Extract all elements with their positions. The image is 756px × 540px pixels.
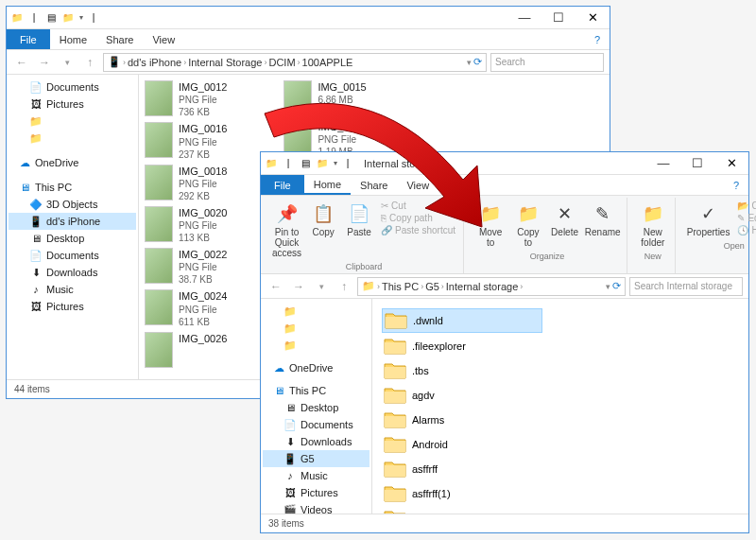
- breadcrumb-segment[interactable]: DCIM: [268, 57, 295, 68]
- close-button[interactable]: ✕: [576, 7, 610, 29]
- folder-item[interactable]: .dwnld: [382, 308, 542, 333]
- folder-item[interactable]: .tbs: [382, 359, 542, 382]
- breadcrumb-segment[interactable]: G5: [425, 281, 439, 292]
- newfolder-button[interactable]: 📁New folder: [637, 200, 669, 250]
- cut-button[interactable]: ✂Cut: [379, 200, 457, 212]
- tree-downloads[interactable]: ⬇Downloads: [9, 264, 136, 281]
- tree-pictures[interactable]: 🖼Pictures: [9, 96, 136, 113]
- folder-item[interactable]: backup: [382, 507, 542, 514]
- history-button[interactable]: 🕓History: [735, 224, 756, 236]
- pin-button[interactable]: 📌Pin to Quick access: [270, 200, 303, 260]
- tree-music[interactable]: ♪Music: [263, 467, 369, 484]
- search-input[interactable]: Search: [490, 53, 604, 72]
- tree-onedrive[interactable]: ☁OneDrive: [9, 154, 136, 171]
- file-tab[interactable]: File: [261, 175, 304, 195]
- tree-folder[interactable]: 📁: [263, 337, 369, 354]
- up-button[interactable]: ↑: [80, 53, 99, 72]
- properties-icon[interactable]: ▤: [299, 157, 312, 170]
- tree-desktop[interactable]: 🖥Desktop: [9, 230, 136, 247]
- refresh-icon[interactable]: ⟳: [473, 56, 482, 68]
- minimize-button[interactable]: —: [646, 152, 680, 175]
- folder-item[interactable]: asffrff(1): [382, 482, 542, 505]
- tree-onedrive[interactable]: ☁OneDrive: [263, 359, 369, 376]
- folder-item[interactable]: .fileexplorer: [382, 335, 542, 357]
- help-icon[interactable]: ?: [724, 175, 748, 195]
- tree-videos[interactable]: 🎬Videos: [263, 501, 369, 514]
- recent-dropdown[interactable]: ▾: [58, 53, 77, 72]
- copyto-button[interactable]: 📁Copy to: [511, 200, 544, 250]
- tree-pictures[interactable]: 🖼Pictures: [9, 298, 136, 315]
- breadcrumb-segment[interactable]: Internal storage: [446, 281, 518, 292]
- file-tab[interactable]: File: [7, 29, 50, 49]
- breadcrumb-segment[interactable]: This PC: [382, 281, 419, 292]
- tree-iphone[interactable]: 📱dd's iPhone: [9, 213, 136, 230]
- breadcrumb[interactable]: 📁 › This PC › G5 › Internal storage › ▾ …: [357, 277, 626, 296]
- tree-desktop[interactable]: 🖥Desktop: [263, 399, 369, 416]
- rename-button[interactable]: ✎Rename: [585, 200, 621, 239]
- dropdown-icon[interactable]: ▾: [467, 58, 472, 67]
- home-tab[interactable]: Home: [50, 29, 96, 49]
- breadcrumb-segment[interactable]: Internal Storage: [188, 57, 262, 68]
- forward-button[interactable]: →: [35, 53, 54, 72]
- back-button[interactable]: ←: [266, 277, 285, 296]
- copy-button[interactable]: 📋Copy: [307, 200, 339, 239]
- properties-button[interactable]: ✓Properties: [685, 200, 732, 239]
- paste-button[interactable]: 📄Paste: [343, 200, 375, 239]
- forward-button[interactable]: →: [289, 277, 308, 296]
- file-item[interactable]: IMG_0024 PNG File 611 KB: [145, 289, 227, 327]
- tree-documents[interactable]: 📄Documents: [9, 247, 136, 264]
- minimize-button[interactable]: —: [507, 7, 541, 29]
- dropdown-icon[interactable]: ▾: [606, 282, 610, 291]
- delete-button[interactable]: ✕Delete: [549, 200, 581, 239]
- share-tab[interactable]: Share: [96, 29, 143, 49]
- folder-list[interactable]: .dwnld.fileexplorer.tbsagdvAlarmsAndroid…: [372, 299, 748, 514]
- tree-documents[interactable]: 📄Documents: [263, 416, 369, 433]
- tree-folder[interactable]: 📁: [263, 303, 369, 320]
- file-item[interactable]: IMG_0016 PNG File 237 KB: [145, 122, 227, 160]
- view-tab[interactable]: View: [397, 175, 438, 195]
- help-icon[interactable]: ?: [585, 29, 610, 49]
- view-tab[interactable]: View: [143, 29, 184, 49]
- file-item[interactable]: IMG_0015 6.86 MB: [284, 80, 366, 116]
- properties-icon[interactable]: ▤: [44, 11, 58, 25]
- folder-item[interactable]: agdv: [382, 384, 542, 407]
- moveto-button[interactable]: 📁Move to: [473, 200, 507, 250]
- qat-dropdown-icon[interactable]: ▾: [334, 159, 337, 167]
- open-button[interactable]: 📂Open: [735, 200, 756, 212]
- tree-pictures[interactable]: 🖼Pictures: [263, 484, 369, 501]
- file-item[interactable]: IMG_0026: [145, 332, 227, 368]
- pasteshortcut-button[interactable]: 🔗Paste shortcut: [379, 224, 457, 236]
- tree-folder[interactable]: 📁: [9, 130, 136, 147]
- close-button[interactable]: ✕: [714, 152, 748, 175]
- up-button[interactable]: ↑: [335, 277, 353, 296]
- edit-button[interactable]: ✎Edit: [735, 212, 756, 224]
- tree-music[interactable]: ♪Music: [9, 281, 136, 298]
- copypath-button[interactable]: ⎘Copy path: [379, 212, 457, 224]
- folder-item[interactable]: Alarms: [382, 409, 542, 431]
- tree-folder[interactable]: 📁: [263, 320, 369, 337]
- breadcrumb[interactable]: 📱 › dd's iPhone › Internal Storage › DCI…: [103, 53, 487, 72]
- file-item[interactable]: IMG_0022 PNG File 38.7 KB: [145, 248, 227, 286]
- maximize-button[interactable]: ☐: [680, 152, 714, 175]
- breadcrumb-segment[interactable]: dd's iPhone: [128, 57, 181, 68]
- share-tab[interactable]: Share: [351, 175, 397, 195]
- tree-3dobjects[interactable]: 🔷3D Objects: [9, 196, 136, 213]
- back-button[interactable]: ←: [12, 53, 31, 72]
- folder-item[interactable]: Android: [382, 433, 542, 456]
- recent-dropdown[interactable]: ▾: [312, 277, 331, 296]
- maximize-button[interactable]: ☐: [541, 7, 576, 29]
- tree-thispc[interactable]: 🖥This PC: [9, 179, 136, 196]
- tree-thispc[interactable]: 🖥This PC: [263, 382, 369, 399]
- search-input[interactable]: Search Internal storage: [629, 277, 743, 296]
- home-tab[interactable]: Home: [304, 175, 351, 195]
- file-item[interactable]: IMG_0020 PNG File 113 KB: [145, 206, 227, 244]
- file-item[interactable]: IMG_0018 PNG File 292 KB: [145, 165, 227, 202]
- tree-downloads[interactable]: ⬇Downloads: [263, 433, 369, 450]
- refresh-icon[interactable]: ⟳: [612, 280, 621, 292]
- breadcrumb-segment[interactable]: 100APPLE: [302, 57, 353, 68]
- folder-item[interactable]: asffrff: [382, 458, 542, 480]
- file-item[interactable]: IMG_0012 PNG File 736 KB: [145, 80, 227, 118]
- tree-documents[interactable]: 📄Documents: [9, 78, 136, 96]
- qat-dropdown-icon[interactable]: ▾: [79, 13, 83, 22]
- tree-g5[interactable]: 📱G5: [263, 450, 369, 467]
